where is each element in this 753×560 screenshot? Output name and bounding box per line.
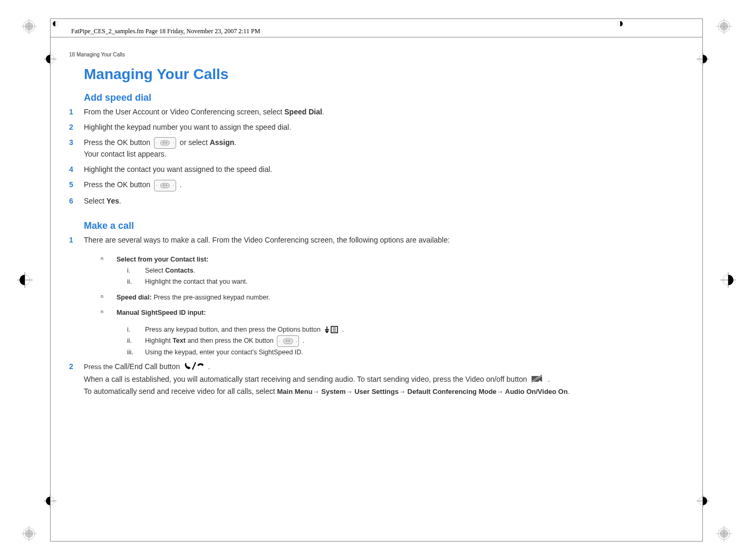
- ok-button-icon: ˄˅‹›: [277, 335, 299, 347]
- heading-make-call: Make a call: [84, 220, 681, 231]
- text: Press the: [84, 363, 115, 371]
- menu-path: Default Conferencing Mode: [406, 388, 497, 395]
- reg-mark-tl: [21, 18, 37, 34]
- text: .: [178, 180, 182, 189]
- step-number: 5: [69, 179, 84, 191]
- text: .: [208, 363, 210, 371]
- text: Your contact list appears.: [84, 150, 167, 158]
- arrow-icon: →: [497, 388, 504, 395]
- sub-manual-ii: ii. Highlight Text and then press the OK…: [127, 335, 681, 347]
- text: Select: [84, 197, 107, 205]
- step-body: Highlight the contact you want assigned …: [84, 164, 681, 175]
- arrow-icon: →: [313, 388, 320, 395]
- sub-manual-iii: iii. Using the keypad, enter your contac…: [127, 347, 681, 358]
- text: Press any keypad button, and then press …: [145, 326, 322, 333]
- bold-text: Assign: [210, 138, 235, 147]
- arrow-icon: →: [399, 388, 406, 395]
- text: or select: [178, 138, 210, 147]
- video-on-off-icon: [530, 374, 544, 387]
- heading-add-speed-dial: Add speed dial: [84, 92, 681, 103]
- text: .: [119, 197, 121, 205]
- bold-text: Yes: [107, 197, 119, 205]
- text: From the User Account or Video Conferenc…: [84, 108, 284, 116]
- step-body: There are several ways to make a call. F…: [84, 235, 681, 246]
- step-5: 5 Press the OK button ˄˅‹› .: [69, 179, 681, 191]
- crop-header: FatPipe_CES_2_samples.fm Page 18 Friday,…: [71, 27, 260, 35]
- reg-mark-br: [716, 526, 732, 542]
- step-number: 2: [69, 122, 84, 133]
- text: Select: [145, 267, 165, 274]
- sub-ii: ii. Highlight the contact that you want.: [127, 276, 681, 287]
- text: Using the keypad, enter your contact's S…: [145, 347, 303, 358]
- bold-text: Text: [172, 337, 186, 344]
- text: and then press the OK button: [186, 337, 275, 344]
- text: Press the pre-assigned keypad number.: [152, 294, 270, 301]
- reg-mark-right: [720, 272, 736, 288]
- step-number: 1: [69, 107, 84, 118]
- bullet-manual: n Manual SightSpeed ID input:: [101, 308, 681, 318]
- menu-path: System: [320, 388, 346, 395]
- sub-mark: ii.: [127, 276, 145, 287]
- sub-mark: ii.: [127, 335, 145, 347]
- menu-path: Audio On/Video On: [504, 388, 568, 395]
- text: Press the OK button: [84, 180, 152, 189]
- step-2: 2 Highlight the keypad number you want t…: [69, 122, 681, 133]
- text: Highlight the contact that you want.: [145, 276, 248, 287]
- menu-path: User Settings: [353, 388, 399, 395]
- text: To automatically send and receive video …: [84, 387, 277, 395]
- step-number: 4: [69, 164, 84, 175]
- sub-mark: i.: [127, 324, 145, 335]
- text: .: [301, 337, 304, 344]
- reg-mark-bl: [21, 526, 37, 542]
- bold-text: Speed Dial: [284, 108, 322, 116]
- menu-path: Main Menu: [277, 388, 313, 395]
- text: Highlight: [145, 337, 172, 344]
- step-number: 6: [69, 196, 84, 207]
- bold-text: Manual SightSpeed ID input:: [117, 309, 206, 316]
- bold-text: Select from your Contact list:: [117, 256, 208, 263]
- text: .: [234, 138, 236, 147]
- step-number: 1: [69, 235, 84, 246]
- step-body: Select Yes.: [84, 196, 681, 207]
- page-title: Managing Your Calls: [84, 66, 681, 83]
- reg-mark-tr: [716, 18, 732, 34]
- step-3: 3 Press the OK button ˄˅‹› or select Ass…: [69, 137, 681, 160]
- call-end-call-icon: [184, 361, 205, 374]
- step-body: Press the OK button ˄˅‹› or select Assig…: [84, 137, 681, 160]
- step-1: 1 From the User Account or Video Confere…: [69, 107, 681, 118]
- step-4: 4 Highlight the contact you want assigne…: [69, 164, 681, 175]
- bullet-marker: n: [101, 255, 117, 265]
- sub-i: i. Select Contacts.: [127, 265, 681, 276]
- step-body: From the User Account or Video Conferenc…: [84, 107, 681, 118]
- crop-line: [50, 37, 703, 37]
- bold-text: Contacts: [165, 267, 193, 274]
- sub-mark: i.: [127, 265, 145, 276]
- arrow-icon: →: [346, 388, 353, 395]
- text: When a call is established, you will aut…: [84, 375, 529, 383]
- svg-line-40: [192, 362, 196, 370]
- step-body: Press the OK button ˄˅‹› .: [84, 179, 681, 191]
- page-content: Managing Your Calls Add speed dial 1 Fro…: [69, 66, 681, 401]
- text: .: [322, 108, 324, 116]
- ok-button-icon: ˄˅‹›: [154, 137, 176, 149]
- bold-text: Speed dial:: [117, 294, 152, 301]
- sub-mark: iii.: [127, 347, 145, 358]
- text: .: [342, 326, 344, 333]
- step-number: 3: [69, 137, 84, 160]
- step-number: 2: [69, 361, 84, 397]
- ok-button-icon: ˄˅‹›: [154, 180, 176, 191]
- bullet-contact-list: n Select from your Contact list:: [101, 255, 681, 265]
- text: .: [548, 375, 550, 383]
- text: Press the OK button: [84, 138, 152, 147]
- text: Call/End Call button: [115, 362, 182, 371]
- options-button-icon: [324, 325, 339, 334]
- bullet-marker: n: [101, 308, 117, 318]
- bullet-marker: n: [101, 293, 117, 303]
- bullet-speed-dial: n Speed dial: Press the pre-assigned key…: [101, 293, 681, 303]
- step-body: Highlight the keypad number you want to …: [84, 122, 681, 133]
- reg-mark-left: [17, 272, 33, 288]
- text: .: [568, 388, 570, 395]
- make-call-step-2: 2 Press the Call/End Call button . When …: [69, 361, 681, 397]
- make-call-step-1: 1 There are several ways to make a call.…: [69, 235, 681, 246]
- running-header: 18 Managing Your Calls: [69, 52, 125, 57]
